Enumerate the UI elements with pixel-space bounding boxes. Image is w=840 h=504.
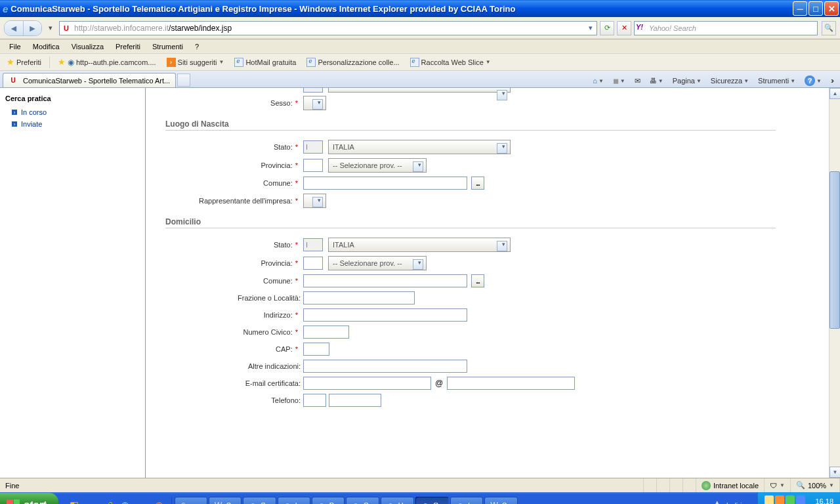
dom-stato-label: Stato:*: [165, 241, 303, 249]
menu-visualizza[interactable]: Visualizza: [66, 41, 109, 52]
dom-comune-input[interactable]: [303, 274, 467, 287]
scroll-down-button[interactable]: ▼: [830, 467, 840, 478]
task-window[interactable]: eI...: [278, 497, 310, 504]
dom-provincia-select[interactable]: -- Selezionare prov. --: [328, 256, 427, 270]
tools-menu[interactable]: Strumenti▼: [755, 75, 798, 86]
tray-icons[interactable]: [765, 495, 805, 504]
url-dropdown-icon[interactable]: ▾: [586, 24, 595, 32]
ql-firefox[interactable]: ◉: [152, 497, 167, 504]
dom-comune-lookup-button[interactable]: ...: [471, 274, 484, 287]
task-window[interactable]: eH...: [381, 497, 414, 504]
dom-stato-select[interactable]: ITALIA: [328, 238, 511, 252]
email-domain-input[interactable]: [447, 377, 575, 390]
ql-show-desktop[interactable]: ▭: [83, 497, 99, 504]
search-bar[interactable]: Y! Yahoo! Search: [634, 21, 818, 35]
print-button[interactable]: 🖶▼: [647, 75, 666, 86]
refresh-button[interactable]: ⟳: [600, 21, 614, 35]
home-button[interactable]: ⌂▼: [590, 75, 606, 86]
tab-favicon: U: [9, 76, 18, 85]
telefono-prefix-input[interactable]: [303, 394, 326, 407]
scroll-track[interactable]: [830, 99, 840, 467]
task-window[interactable]: eS...: [243, 497, 276, 504]
protected-mode[interactable]: 🛡▼: [765, 478, 791, 492]
fav-link-1[interactable]: ★ ◉ http--auth.pie.camcom....: [55, 56, 159, 68]
task-window-active[interactable]: eC...: [415, 497, 449, 504]
menu-preferiti[interactable]: Preferiti: [110, 41, 146, 52]
forward-button[interactable]: ►: [23, 21, 41, 35]
fav-link-5[interactable]: Raccolta Web Slice▼: [408, 56, 494, 68]
more-tools-button[interactable]: ››: [828, 75, 835, 87]
tray-clock[interactable]: 16.18 martedì: [809, 497, 833, 504]
window-title: ComunicaStarweb - Sportello Telematico A…: [10, 4, 793, 14]
comune-label: Comune:*: [165, 179, 303, 187]
frazione-input[interactable]: [303, 291, 415, 304]
start-button[interactable]: start: [0, 493, 58, 504]
safety-menu[interactable]: Sicurezza▼: [708, 75, 751, 86]
zoom-control[interactable]: 🔍 100% ▼: [791, 478, 840, 492]
new-tab-button[interactable]: [177, 74, 190, 87]
maximize-button[interactable]: □: [808, 1, 823, 16]
indirizzo-label: Indirizzo:*: [165, 311, 303, 319]
taskbar-overflow[interactable]: ▲▼: [715, 500, 720, 504]
print-icon: 🖶: [650, 77, 657, 85]
indirizzo-input[interactable]: [303, 308, 467, 322]
search-go-button[interactable]: 🔍: [822, 21, 836, 35]
ie-icon: e: [385, 500, 396, 504]
stato-select[interactable]: ITALIA: [328, 140, 511, 154]
provincia-select[interactable]: -- Selezionare prov. --: [328, 158, 427, 173]
task-window[interactable]: eC...: [346, 497, 379, 504]
ql-outlook[interactable]: ◧: [66, 497, 82, 504]
rappresentante-select[interactable]: [303, 194, 326, 208]
menu-file[interactable]: File: [4, 41, 26, 52]
star-icon: ★: [7, 57, 14, 67]
back-button[interactable]: ◄: [5, 21, 23, 35]
favorites-button[interactable]: ★ Preferiti: [4, 56, 44, 68]
rappresentante-label: Rappresentante dell'impresa:*: [165, 197, 303, 205]
task-window[interactable]: eI...: [450, 497, 483, 504]
provincia-code-input[interactable]: [303, 159, 323, 172]
feeds-button[interactable]: ◼▼: [610, 75, 628, 87]
comune-lookup-button[interactable]: ...: [471, 177, 484, 190]
altre-input[interactable]: [303, 360, 467, 373]
comune-input[interactable]: [303, 177, 467, 190]
sidebar-item-inviate[interactable]: › Inviate: [4, 118, 141, 130]
sesso-select[interactable]: [303, 96, 326, 110]
vertical-scrollbar[interactable]: ▲ ▼: [829, 88, 840, 478]
task-window[interactable]: eP...: [312, 497, 345, 504]
system-tray[interactable]: 16.18 martedì: [757, 492, 840, 504]
ql-wmp[interactable]: ◉: [117, 497, 133, 504]
truncated-select[interactable]: [328, 88, 511, 93]
menu-strumenti[interactable]: Strumenti: [147, 41, 188, 52]
task-window[interactable]: 🗀p...: [175, 497, 207, 504]
zoom-icon: 🔍: [796, 481, 805, 490]
fav-link-4[interactable]: Personalizzazione colle...: [304, 56, 402, 68]
ql-ie[interactable]: e: [135, 497, 150, 504]
telefono-number-input[interactable]: [329, 394, 381, 407]
fav-link-2[interactable]: › Siti suggeriti▼: [164, 56, 227, 68]
cap-label: CAP:*: [165, 345, 303, 353]
stato-label: Stato:*: [165, 143, 303, 151]
page-tab[interactable]: U ComunicaStarweb - Sportello Telematico…: [3, 73, 176, 87]
page-menu[interactable]: Pagina▼: [670, 75, 704, 86]
help-button[interactable]: ?▼: [802, 74, 824, 87]
minimize-button[interactable]: ─: [793, 1, 807, 16]
civico-input[interactable]: [303, 326, 349, 339]
mail-button[interactable]: ✉: [632, 75, 643, 87]
scroll-up-button[interactable]: ▲: [830, 88, 840, 99]
close-button[interactable]: ✕: [824, 1, 839, 16]
ql-paint[interactable]: 🖌: [100, 497, 116, 504]
task-window[interactable]: WS...: [209, 497, 242, 504]
address-bar[interactable]: U http://starweb.infocamere.it/starweb/i…: [59, 21, 597, 35]
tab-title: ComunicaStarweb - Sportello Telematico A…: [23, 77, 170, 85]
menu-help[interactable]: ?: [190, 41, 204, 52]
sidebar-item-in-corso[interactable]: › In corso: [4, 106, 141, 118]
scroll-thumb[interactable]: [830, 171, 840, 329]
task-window[interactable]: WS...: [484, 497, 518, 504]
stop-button[interactable]: ✕: [617, 21, 631, 35]
dom-provincia-code-input[interactable]: [303, 257, 323, 270]
fav-link-3[interactable]: HotMail gratuita: [232, 56, 299, 68]
nav-history-dropdown[interactable]: ▾: [45, 21, 56, 35]
email-local-input[interactable]: [303, 377, 431, 390]
cap-input[interactable]: [303, 343, 329, 356]
menu-modifica[interactable]: Modifica: [28, 41, 65, 52]
